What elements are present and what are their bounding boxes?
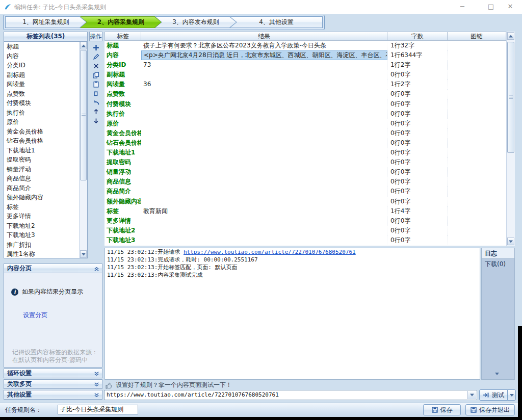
- tag-list-item[interactable]: 标题: [4, 42, 79, 51]
- table-row[interactable]: 下载地址3 0行0字: [105, 235, 506, 245]
- test-url-combobox[interactable]: https://www.toutiao.com/article/72270107…: [104, 390, 477, 400]
- table-row[interactable]: 副标题 0行0字: [105, 70, 506, 80]
- tag-list-scrollbar[interactable]: [79, 42, 87, 258]
- tag-list-item[interactable]: 下载地址2: [4, 221, 79, 231]
- tag-list-item[interactable]: 额外隐藏内容: [4, 193, 79, 202]
- panel-loop-settings[interactable]: 循环设置: [4, 369, 102, 378]
- table-row[interactable]: 商品简介 0行0字: [105, 187, 506, 196]
- delete-tag-icon[interactable]: [89, 61, 102, 70]
- table-row[interactable]: 点赞数 0行0字: [105, 89, 506, 99]
- expand-down-icon[interactable]: [94, 392, 99, 398]
- copy-icon[interactable]: [89, 70, 102, 80]
- tag-list-item[interactable]: 分类ID: [4, 61, 79, 70]
- table-row[interactable]: 内容 <p>央广网北京4月28日消息 近日，北京市东城区、西城区、朝阳区、海淀区…: [105, 50, 506, 60]
- expand-down-icon[interactable]: [94, 371, 99, 377]
- scroll-down-button[interactable]: [80, 250, 87, 258]
- table-scroll-up-button[interactable]: [507, 32, 514, 40]
- table-row[interactable]: 执行价 0行0字: [105, 109, 506, 119]
- table-row[interactable]: 标题 孩子上学有何要求？北京多区公布2023义务教育入学政策-今日头条 1行32…: [105, 41, 506, 50]
- log-url-link[interactable]: https://www.toutiao.com/article/72270107…: [184, 249, 356, 255]
- table-scrollbar[interactable]: [506, 32, 515, 246]
- table-row[interactable]: 标签 教育新闻 1行4字: [105, 206, 506, 216]
- tag-list-item[interactable]: 推广折扣: [4, 240, 79, 250]
- tag-list-item[interactable]: 下载地址1: [4, 146, 79, 155]
- tag-list-item[interactable]: 标签: [4, 202, 79, 212]
- tab-content-rules[interactable]: 2、内容采集规则: [80, 16, 162, 28]
- set-pagination-link[interactable]: 设置分页: [23, 311, 47, 320]
- save-and-exit-button[interactable]: 保存并退出: [465, 404, 515, 415]
- tag-list-item[interactable]: 原价: [4, 117, 79, 127]
- table-scroll-down-button[interactable]: [507, 238, 514, 245]
- log-side-tabs: 日志 下载(0): [481, 248, 515, 380]
- col-header-imglinks[interactable]: 图链: [447, 32, 506, 41]
- rule-name-input[interactable]: 子比-今日头条采集规则: [58, 405, 138, 414]
- tag-list-item[interactable]: 属性1名称: [4, 249, 79, 258]
- tag-list-item[interactable]: 副标题: [4, 70, 79, 80]
- close-button[interactable]: ✕: [503, 1, 518, 12]
- tab-other-settings[interactable]: 4、其他设置: [230, 16, 323, 28]
- table-row[interactable]: 商品信息 0行0字: [105, 177, 506, 187]
- maximize-button[interactable]: □: [483, 1, 499, 12]
- collapse-up-icon[interactable]: [94, 266, 99, 272]
- table-row[interactable]: 钻石会员价格 0行0字: [105, 138, 506, 148]
- col-header-tag[interactable]: 标签: [105, 32, 141, 41]
- tag-list-item[interactable]: 下载地址3: [4, 230, 79, 240]
- title-bar: 编辑任务: 子比-今日头条采集规则 ─ □ ✕: [0, 0, 522, 14]
- url-dropdown-button[interactable]: [467, 391, 476, 399]
- tab-download[interactable]: 下载(0): [482, 259, 514, 269]
- table-row[interactable]: 原价 0行0字: [105, 119, 506, 128]
- move-up-icon[interactable]: [89, 107, 102, 116]
- panel-related-pages[interactable]: 关联多页: [4, 379, 102, 389]
- tag-list-item[interactable]: 点赞数: [4, 89, 79, 99]
- tag-list-item[interactable]: 阅读量: [4, 80, 79, 89]
- table-row[interactable]: 黄金会员价格 0行0字: [105, 128, 506, 138]
- test-button[interactable]: 测试: [479, 389, 508, 401]
- content-pagination-header[interactable]: 内容分页: [4, 264, 102, 273]
- scroll-thumb[interactable]: [80, 50, 87, 180]
- table-row[interactable]: 提取密码 0行0字: [105, 158, 506, 167]
- tab-log[interactable]: 日志: [482, 248, 514, 259]
- tag-list-item[interactable]: 内容: [4, 51, 79, 61]
- tag-list-item[interactable]: 销量浮动: [4, 165, 79, 174]
- move-down-icon[interactable]: [89, 116, 102, 125]
- task-editor-window: 编辑任务: 子比-今日头条采集规则 ─ □ ✕ 1、网址采集规则 2、内容采集规…: [0, 0, 522, 417]
- tag-list-item[interactable]: 钻石会员价格: [4, 136, 79, 146]
- panel-other-settings[interactable]: 其他设置: [4, 390, 102, 400]
- table-row[interactable]: 下载地址1 0行0字: [105, 148, 506, 158]
- expand-down-icon[interactable]: [94, 382, 99, 387]
- table-row[interactable]: 销量浮动 0行0字: [105, 167, 506, 177]
- tag-list-item[interactable]: 更多详情: [4, 212, 79, 221]
- table-row[interactable]: 更多详情 0行0字: [105, 216, 506, 226]
- minimize-button[interactable]: ─: [455, 1, 470, 12]
- row-wordcount: 1行6344字: [387, 50, 448, 60]
- row-result-cell: [141, 177, 387, 187]
- add-tag-icon[interactable]: [89, 43, 102, 52]
- table-row[interactable]: 下载地址2 0行0字: [105, 226, 506, 235]
- row-wordcount: 0行0字: [387, 216, 448, 226]
- scroll-up-button[interactable]: [80, 42, 87, 49]
- undo-icon[interactable]: [89, 98, 102, 107]
- collapse-log-icon[interactable]: [495, 373, 499, 375]
- table-scroll-thumb[interactable]: [507, 42, 514, 153]
- clear-trash-icon[interactable]: [89, 89, 102, 98]
- tag-list-item[interactable]: 执行价: [4, 108, 79, 118]
- tag-list-item[interactable]: 付费模块: [4, 98, 79, 108]
- paste-icon[interactable]: [89, 80, 102, 89]
- table-row[interactable]: 分类ID 73 1行2字: [105, 60, 506, 70]
- save-button[interactable]: 保存: [423, 404, 461, 415]
- col-header-result[interactable]: 结果: [141, 32, 387, 41]
- row-imagelinks: [448, 148, 506, 158]
- test-url-value[interactable]: https://www.toutiao.com/article/72270107…: [107, 391, 466, 398]
- test-dropdown-button[interactable]: [507, 389, 516, 401]
- table-row[interactable]: 阅读量 36 1行2字: [105, 80, 506, 89]
- col-header-words[interactable]: 字数: [387, 32, 448, 41]
- tab-url-rules[interactable]: 1、网址采集规则: [5, 16, 87, 28]
- tag-list-item[interactable]: 黄金会员价格: [4, 127, 79, 137]
- tag-list-item[interactable]: 提取密码: [4, 155, 79, 165]
- edit-tag-icon[interactable]: [89, 52, 102, 61]
- tag-list-item[interactable]: 商品简介: [4, 183, 79, 193]
- table-row[interactable]: 额外隐藏内容 0行0字: [105, 197, 506, 206]
- tab-publish-rules[interactable]: 3、内容发布规则: [155, 16, 237, 28]
- table-row[interactable]: 付费模块 0行0字: [105, 99, 506, 109]
- tag-list-item[interactable]: 商品信息: [4, 174, 79, 183]
